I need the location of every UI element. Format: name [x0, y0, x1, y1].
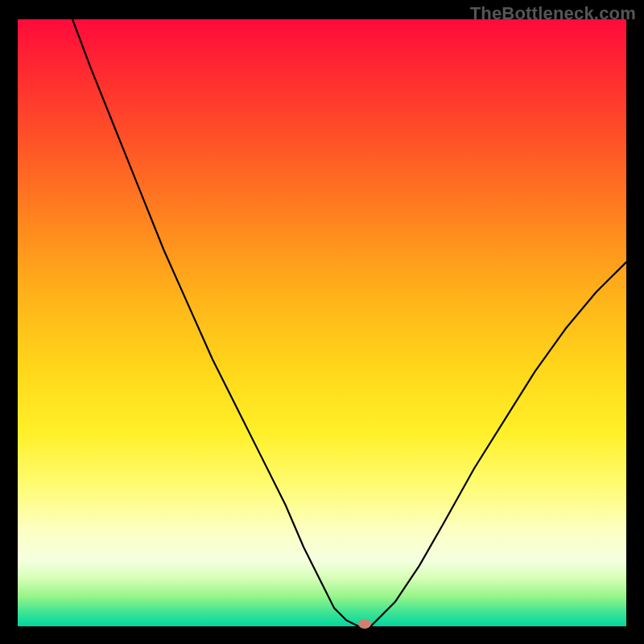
chart-frame: TheBottleneck.com	[0, 0, 644, 644]
watermark-label: TheBottleneck.com	[470, 3, 636, 24]
chart-plot-area	[18, 19, 626, 626]
bottleneck-curve	[18, 19, 626, 626]
optimum-marker	[358, 619, 371, 629]
